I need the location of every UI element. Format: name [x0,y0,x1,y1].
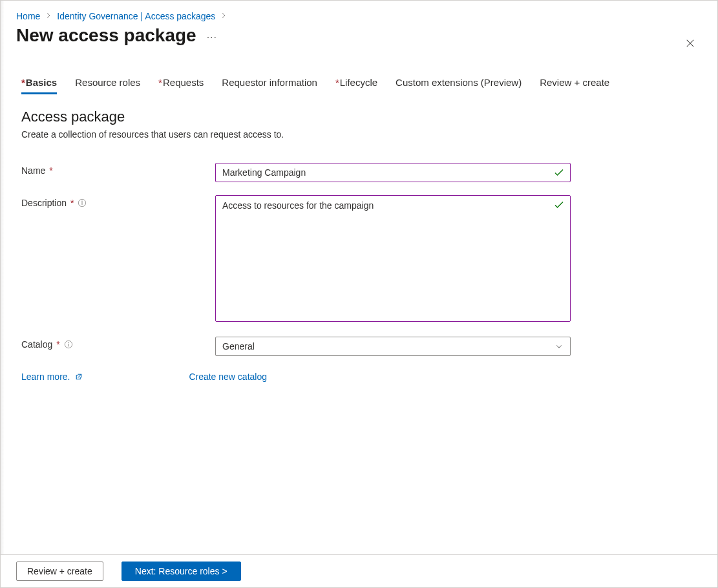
title-row: New access package ··· [16,25,702,46]
form-row-description: Description* [21,195,702,324]
tab-basics[interactable]: *Basics [21,77,57,94]
name-input[interactable] [215,163,571,182]
footer: Review + create Next: Resource roles > [1,554,717,587]
learn-more-link[interactable]: Learn more. [21,372,83,382]
create-new-catalog-link[interactable]: Create new catalog [189,372,267,382]
info-icon[interactable] [64,340,73,349]
svg-rect-5 [68,344,69,346]
form-row-catalog: Catalog* General [21,337,702,356]
section-header: Access package Create a collection of re… [16,109,702,140]
breadcrumb-home[interactable]: Home [16,11,40,21]
form: Name* Description* [16,163,702,356]
breadcrumb-identity-governance[interactable]: Identity Governance | Access packages [57,11,215,21]
svg-point-1 [82,201,83,202]
chevron-right-icon [45,12,52,21]
next-button[interactable]: Next: Resource roles > [121,562,241,581]
svg-rect-2 [82,202,83,205]
checkmark-icon [554,200,564,210]
checkmark-icon [554,167,564,178]
info-icon[interactable] [78,198,87,207]
description-input[interactable] [215,195,571,322]
label-name: Name* [21,163,215,176]
form-row-name: Name* [21,163,702,182]
svg-point-4 [68,342,69,344]
review-create-button[interactable]: Review + create [16,562,103,581]
tab-lifecycle[interactable]: *Lifecycle [335,77,377,94]
catalog-select[interactable]: General [215,337,571,356]
close-icon [686,39,695,48]
tab-requests[interactable]: *Requests [158,77,204,94]
links-row: Learn more. Create new catalog [16,372,702,382]
section-title: Access package [21,109,702,125]
tab-review-create[interactable]: Review + create [540,77,609,94]
section-subtitle: Create a collection of resources that us… [21,129,702,140]
external-link-icon [75,373,83,381]
tab-custom-extensions[interactable]: Custom extensions (Preview) [396,77,522,94]
tab-resource-roles[interactable]: Resource roles [75,77,140,94]
breadcrumb: Home Identity Governance | Access packag… [16,11,702,21]
blade-content: Home Identity Governance | Access packag… [1,1,717,382]
tab-requestor-information[interactable]: Requestor information [222,77,317,94]
page-title: New access package [16,25,196,46]
close-button[interactable] [681,34,699,52]
more-actions-button[interactable]: ··· [207,28,217,43]
blade-panel: Home Identity Governance | Access packag… [0,0,718,588]
label-catalog: Catalog* [21,337,215,350]
chevron-right-icon [220,12,227,21]
label-description: Description* [21,195,215,208]
tabs: *Basics Resource roles *Requests Request… [16,77,702,94]
